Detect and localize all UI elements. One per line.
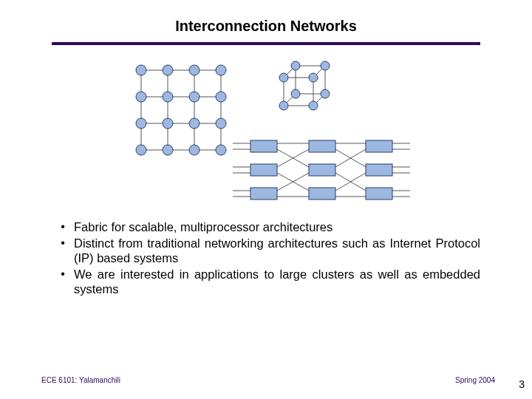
page-number: 3 [519, 378, 525, 390]
diagram-area [0, 55, 532, 211]
bullet-text: Distinct from traditional networking arc… [74, 236, 480, 265]
svg-rect-74 [366, 140, 392, 152]
svg-point-36 [291, 61, 300, 70]
svg-point-14 [189, 92, 200, 102]
footer-course: ECE 6101: Yalamanchili [41, 376, 120, 384]
svg-point-12 [136, 92, 146, 102]
svg-rect-68 [250, 140, 277, 152]
list-item: • We are interested in applications to l… [52, 267, 480, 296]
svg-rect-72 [309, 164, 335, 176]
bullet-text: We are interested in applications to lar… [74, 267, 480, 296]
svg-point-43 [309, 101, 318, 110]
svg-rect-76 [366, 188, 392, 200]
svg-point-40 [279, 73, 288, 82]
svg-point-19 [216, 118, 226, 129]
svg-rect-73 [309, 188, 335, 200]
svg-point-23 [216, 145, 226, 155]
bullet-icon: • [52, 267, 74, 282]
svg-point-15 [216, 92, 226, 102]
title-divider [52, 42, 480, 45]
svg-point-41 [309, 73, 318, 82]
bullet-icon: • [52, 236, 74, 250]
svg-point-10 [189, 65, 200, 75]
svg-point-11 [216, 65, 226, 75]
svg-point-37 [321, 61, 330, 70]
svg-point-22 [189, 145, 200, 155]
bullet-text: Fabric for scalable, multiprocessor arch… [74, 219, 480, 234]
svg-point-8 [136, 65, 146, 75]
svg-point-20 [136, 145, 146, 155]
mesh-diagram [129, 58, 240, 169]
svg-rect-71 [309, 140, 335, 152]
page-title: Interconnection Networks [0, 0, 532, 42]
svg-rect-75 [366, 164, 392, 176]
switch-diagram [233, 133, 410, 207]
svg-point-21 [163, 145, 173, 155]
list-item: • Distinct from traditional networking a… [52, 236, 480, 265]
svg-point-17 [163, 118, 173, 129]
list-item: • Fabric for scalable, multiprocessor ar… [52, 219, 480, 234]
svg-point-38 [291, 89, 300, 98]
svg-point-16 [136, 118, 146, 129]
svg-point-13 [163, 92, 173, 102]
footer-term: Spring 2004 [455, 376, 495, 384]
svg-point-9 [163, 65, 173, 75]
svg-rect-69 [250, 164, 277, 176]
svg-rect-70 [250, 188, 277, 200]
svg-point-39 [321, 89, 330, 98]
svg-point-18 [189, 118, 200, 129]
bullet-icon: • [52, 219, 74, 234]
bullet-list: • Fabric for scalable, multiprocessor ar… [52, 219, 480, 296]
svg-point-42 [279, 101, 288, 110]
cube-diagram [273, 58, 340, 117]
